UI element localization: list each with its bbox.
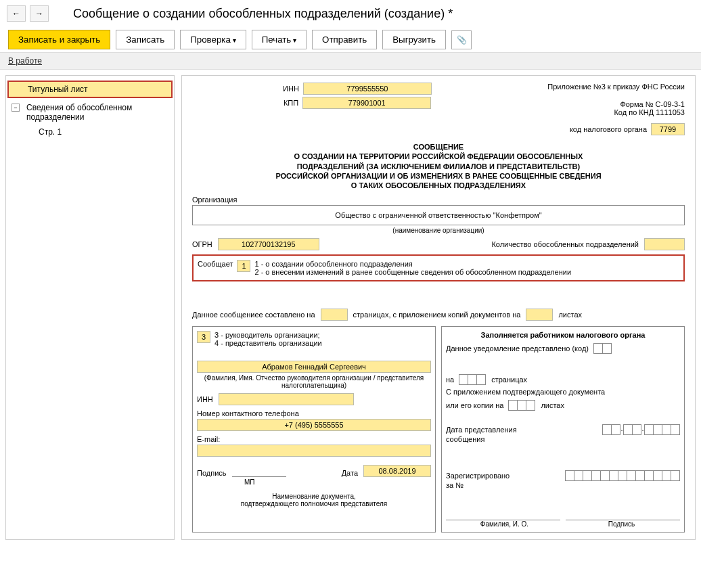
right-pages-boxes: [459, 374, 486, 385]
paperclip-icon: 📎: [457, 35, 467, 45]
tax-code-label: код налогового органа: [570, 125, 647, 133]
inn-field[interactable]: 7799555550: [303, 83, 432, 95]
form-number: Форма № С-09-3-1: [522, 100, 685, 108]
composed-label-2: страницах, с приложением копий документо…: [353, 311, 521, 319]
fio-field[interactable]: Абрамов Геннадий Сергеевич: [197, 361, 431, 373]
nav-back-button[interactable]: ←: [7, 5, 26, 22]
date-field[interactable]: 08.08.2019: [363, 465, 431, 477]
units-field[interactable]: [644, 238, 685, 250]
org-name-field[interactable]: Общество с ограниченной ответственностью…: [192, 205, 685, 225]
right-on-label: на: [446, 376, 454, 384]
email-field[interactable]: [197, 445, 431, 457]
right-with-doc: С приложением подтверждающего документа: [446, 388, 680, 396]
kpp-field[interactable]: 779901001: [302, 97, 431, 109]
right-date-label: Дата представления: [446, 426, 517, 434]
ogrn-label: ОГРН: [192, 240, 212, 248]
right-or-copy: или его копии на: [446, 401, 503, 409]
composed-label-1: Данное сообщениее составлено на: [192, 311, 315, 319]
date-label: Дата: [342, 469, 358, 477]
status-bar: В работе: [0, 52, 701, 70]
phone-label: Номер контактного телефона: [197, 409, 431, 417]
inn2-label: ИНН: [197, 395, 213, 403]
collapse-icon[interactable]: −: [12, 104, 20, 112]
mp-label: МП: [244, 478, 431, 486]
composed-label-3: листах: [558, 311, 582, 319]
toolbar: Записать и закрыть Записать Проверка Печ…: [0, 27, 701, 52]
kpp-label: КПП: [284, 99, 298, 107]
nav-forward-button[interactable]: →: [30, 5, 49, 22]
right-sheets-label: листах: [541, 401, 564, 409]
send-button[interactable]: Отправить: [312, 30, 377, 49]
right-msg: сообщения: [446, 435, 680, 443]
right-presented-label: Данное уведомление представлено (код): [446, 344, 589, 353]
save-close-button[interactable]: Записать и закрыть: [8, 30, 110, 49]
copies-field[interactable]: [526, 309, 553, 321]
phone-field[interactable]: +7 (495) 5555555: [197, 419, 431, 431]
right-title: Заполняется работником налогового органа: [446, 331, 680, 339]
signer-panel: 3 3 - руководитель организации; 4 - пред…: [192, 326, 436, 533]
tree-item-label: Сведения об обособленном подразделении: [26, 103, 132, 122]
right-sign-label: Подпись: [563, 520, 680, 528]
app-note: Приложение №3 к приказу ФНС России: [522, 83, 685, 91]
tree-title-page[interactable]: Титульный лист: [7, 81, 173, 98]
tax-officer-panel: Заполняется работником налогового органа…: [441, 326, 685, 533]
right-sheets-boxes: [509, 400, 535, 411]
email-label: E-mail:: [197, 435, 431, 443]
main-heading: СООБЩЕНИЕ О СОЗДАНИИ НА ТЕРРИТОРИИ РОССИ…: [192, 142, 685, 190]
org-label: Организация: [192, 196, 685, 204]
pages-field[interactable]: [321, 309, 348, 321]
attach-button[interactable]: 📎: [451, 30, 472, 49]
export-button[interactable]: Выгрузить: [382, 30, 446, 49]
inn-label: ИНН: [283, 85, 299, 93]
reports-option-1: 1 - о создании обособленного подразделен…: [254, 260, 571, 268]
org-note: (наименование организации): [192, 227, 685, 234]
right-sign-line: [566, 510, 680, 520]
right-zano: за №: [446, 481, 680, 489]
signer-code-field[interactable]: 3: [197, 331, 210, 343]
signature-label: Подпись: [197, 469, 227, 477]
check-dropdown[interactable]: Проверка: [180, 30, 246, 49]
right-pages-label: страницах: [491, 376, 527, 384]
save-button[interactable]: Записать: [116, 30, 175, 49]
right-reg: Зарегистрировано: [446, 472, 510, 480]
reports-label: Сообщает: [198, 260, 233, 268]
signature-line: [232, 466, 286, 477]
reports-field[interactable]: 1: [237, 260, 250, 272]
fio-note: (Фамилия, Имя. Отчество руководителя орг…: [197, 374, 431, 389]
tax-code-field[interactable]: 7799: [651, 123, 685, 135]
form-content: ИНН 7799555550 КПП 779901001 Приложение …: [181, 75, 696, 540]
tree-subdivisions[interactable]: − Сведения об обособленном подразделении: [6, 99, 174, 125]
right-fio-line: [446, 510, 560, 520]
tree-page-1[interactable]: Стр. 1: [6, 125, 174, 139]
inn2-field[interactable]: [219, 393, 354, 405]
units-label: Количество обособленных подразделений: [491, 240, 639, 248]
status-link[interactable]: В работе: [8, 56, 42, 66]
page-title: Сообщение о создании обособленных подраз…: [73, 7, 453, 21]
signer-option-3: 3 - руководитель организации;: [214, 331, 322, 339]
reports-option-2: 2 - о внесении изменений в ранее сообщен…: [254, 268, 571, 276]
doc-name-label: Наименование документа, подтверждающего …: [197, 493, 431, 507]
right-reg-boxes: [566, 470, 680, 481]
knd-code: Код по КНД 1111053: [522, 108, 685, 116]
reports-block: Сообщает 1 1 - о создании обособленного …: [192, 254, 685, 281]
topbar: ← → Сообщение о создании обособленных по…: [0, 0, 701, 27]
right-code-boxes: [594, 343, 612, 354]
signer-option-4: 4 - представитель организации: [214, 339, 322, 347]
right-fio-label: Фамилия, И. О.: [446, 520, 563, 528]
sidebar-tree: Титульный лист − Сведения об обособленно…: [5, 75, 175, 540]
right-date-boxes: ..: [603, 424, 680, 435]
ogrn-field[interactable]: 1027700132195: [218, 238, 319, 250]
print-dropdown[interactable]: Печать: [252, 30, 307, 49]
